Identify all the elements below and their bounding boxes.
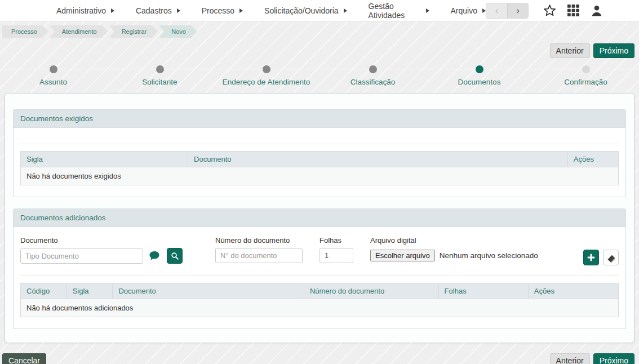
- document-label: Documento: [20, 236, 183, 245]
- menu-label: Arquivo: [451, 6, 477, 15]
- step-documentos[interactable]: Documentos: [426, 64, 532, 86]
- breadcrumb-processo[interactable]: Processo: [2, 25, 48, 38]
- added-documents-title: Documentos adicionados: [13, 208, 626, 227]
- empty-message: Não há documentos adicionados: [21, 299, 619, 317]
- step-label: Endereço de Atendimento: [213, 78, 320, 86]
- menu-processo[interactable]: Processo: [202, 6, 243, 15]
- column-header-sigla: Sigla: [21, 152, 188, 167]
- menu-arrow-icon: [177, 8, 180, 13]
- column-header-folhas: Folhas: [438, 283, 528, 299]
- file-status-text: Nenhum arquivo selecionado: [440, 251, 538, 260]
- menu-arrow-icon: [426, 8, 429, 13]
- history-nav: ‹ ›: [486, 3, 529, 19]
- menu-cadastros[interactable]: Cadastros: [136, 6, 180, 15]
- step-label: Classificação: [320, 78, 426, 86]
- next-button-bottom[interactable]: Próximo: [593, 353, 634, 364]
- step-confirmacao[interactable]: Confirmação: [532, 64, 639, 86]
- wizard-top-actions: Anterior Próximo: [0, 43, 634, 58]
- clear-form-button[interactable]: [603, 250, 619, 265]
- search-document-button[interactable]: [167, 248, 183, 264]
- add-document-button[interactable]: [583, 250, 599, 265]
- required-documents-table: Sigla Documento Ações Não há documentos …: [20, 151, 619, 185]
- previous-button-top[interactable]: Anterior: [550, 43, 590, 58]
- breadcrumb-novo[interactable]: Novo: [159, 25, 197, 38]
- documents-step-panel: Documentos exigidos Sigla Documento Açõe…: [5, 93, 634, 343]
- user-icon[interactable]: [591, 5, 603, 17]
- table-row: Não há documentos exigidos: [21, 167, 619, 185]
- table-row: Não há documentos adicionados: [21, 299, 619, 317]
- form-action-buttons: [583, 236, 619, 265]
- required-documents-panel: Documentos exigidos Sigla Documento Açõe…: [13, 109, 626, 197]
- digital-file-label: Arquivo digital: [370, 236, 538, 245]
- cancel-button[interactable]: Cancelar: [2, 353, 46, 364]
- file-input: Escolher arquivo Nenhum arquivo selecion…: [370, 248, 538, 263]
- favorites-star-icon[interactable]: [543, 4, 556, 17]
- document-number-input[interactable]: [215, 248, 303, 263]
- document-type-input[interactable]: [20, 248, 143, 264]
- previous-button-bottom[interactable]: Anterior: [550, 353, 590, 364]
- history-forward-button[interactable]: ›: [507, 3, 528, 18]
- column-header-acoes: Ações: [567, 152, 618, 167]
- choose-file-button[interactable]: Escolher arquivo: [370, 250, 435, 261]
- breadcrumb-atendimento[interactable]: Atendimento: [50, 25, 108, 38]
- menu-arrow-icon: [111, 8, 114, 13]
- column-header-numero-documento: Número do documento: [304, 283, 438, 299]
- document-number-label: Número do documento: [215, 236, 303, 245]
- eraser-icon: [606, 252, 616, 263]
- menu-arrow-icon: [239, 8, 243, 13]
- breadcrumb-registrar[interactable]: Registrar: [109, 25, 158, 38]
- step-dot: [369, 65, 377, 73]
- main-menu: Administrativo Cadastros Processo Solici…: [56, 2, 486, 20]
- step-dot: [582, 65, 590, 73]
- added-documents-table: Código Sigla Documento Número do documen…: [20, 283, 619, 317]
- step-dot: [50, 65, 57, 73]
- menu-gestao-atividades[interactable]: Gestão Atividades: [369, 2, 429, 20]
- search-icon: [170, 251, 180, 261]
- comment-bubble-icon[interactable]: [149, 250, 160, 261]
- menu-solicitacao-ouvidoria[interactable]: Solicitação/Ouvidoria: [264, 6, 347, 15]
- top-bar-tools: ‹ ›: [486, 3, 603, 19]
- plus-icon: [586, 252, 596, 263]
- step-label: Documentos: [426, 78, 532, 86]
- top-menu-bar: Administrativo Cadastros Processo Solici…: [0, 0, 639, 21]
- next-button-top[interactable]: Próximo: [593, 43, 634, 58]
- step-solicitante[interactable]: Solicitante: [106, 64, 213, 86]
- menu-administrativo[interactable]: Administrativo: [56, 6, 114, 15]
- empty-message: Não há documentos exigidos: [21, 167, 619, 185]
- sheets-field-group: Folhas: [320, 236, 353, 263]
- file-field-group: Arquivo digital Escolher arquivo Nenhum …: [370, 236, 538, 263]
- number-field-group: Número do documento: [215, 236, 303, 263]
- sheets-label: Folhas: [320, 236, 353, 245]
- step-classificacao[interactable]: Classificação: [320, 64, 426, 86]
- menu-arrow-icon: [344, 8, 347, 13]
- menu-label: Cadastros: [136, 6, 172, 15]
- column-header-sigla: Sigla: [66, 283, 113, 299]
- step-dot: [476, 65, 483, 73]
- step-label: Confirmação: [532, 78, 639, 86]
- step-label: Solicitante: [106, 78, 213, 86]
- breadcrumb: Processo Atendimento Registrar Novo: [2, 25, 639, 38]
- wizard-stepper: Assunto Solicitante Endereço de Atendime…: [0, 64, 639, 88]
- section-divider: [20, 144, 619, 144]
- column-header-documento: Documento: [188, 152, 568, 167]
- step-label: Assunto: [0, 78, 106, 86]
- apps-grid-icon[interactable]: [567, 5, 579, 16]
- menu-label: Administrativo: [56, 6, 106, 15]
- menu-label: Solicitação/Ouvidoria: [264, 6, 339, 15]
- sheets-input[interactable]: [320, 248, 353, 263]
- column-header-documento: Documento: [113, 283, 304, 299]
- history-back-button[interactable]: ‹: [486, 3, 507, 18]
- step-dot: [263, 65, 270, 73]
- required-documents-title: Documentos exigidos: [13, 109, 626, 127]
- step-endereco-de-atendimento[interactable]: Endereço de Atendimento: [213, 64, 320, 86]
- wizard-bottom-actions: Cancelar Anterior Próximo: [2, 353, 637, 364]
- step-dot: [156, 65, 164, 73]
- menu-label: Gestão Atividades: [369, 2, 421, 20]
- document-field-group: Documento: [20, 236, 183, 264]
- step-assunto[interactable]: Assunto: [0, 64, 106, 86]
- add-document-form: Documento: [20, 236, 619, 265]
- added-documents-panel: Documentos adicionados Documento: [13, 208, 626, 329]
- menu-label: Processo: [202, 6, 234, 15]
- column-header-codigo: Código: [21, 283, 67, 299]
- menu-arquivo[interactable]: Arquivo: [451, 6, 486, 15]
